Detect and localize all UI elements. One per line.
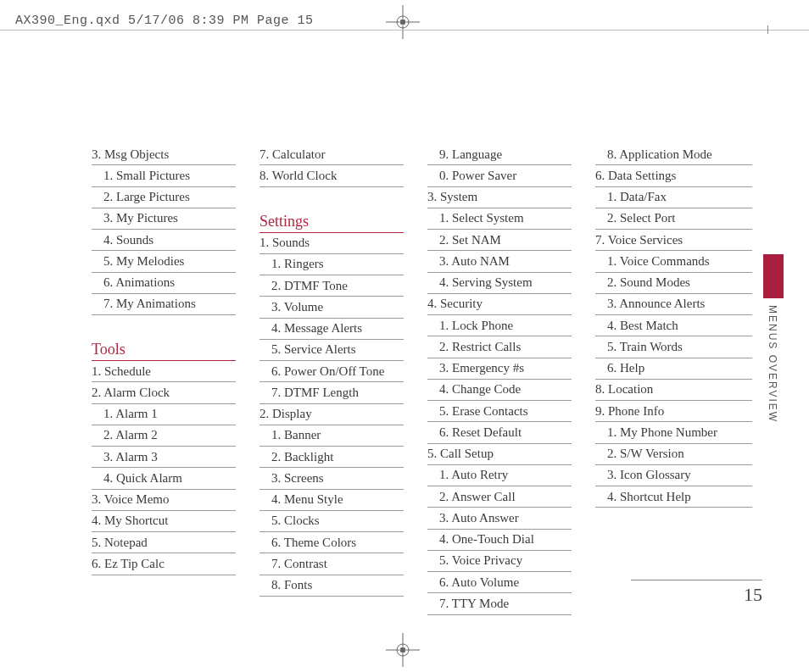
menu-item: 4. Message Alerts [259, 319, 404, 340]
side-tab-color [763, 254, 784, 298]
menu-item: 6. Data Settings [595, 165, 752, 186]
column-2: 7. Calculator 8. World Clock Settings 1.… [259, 144, 404, 615]
menu-item: 3. Msg Objects [92, 144, 236, 165]
side-tab: MENUS OVERVIEW [763, 254, 784, 423]
menu-item: 3. Auto Answer [427, 508, 572, 529]
menu-item: 1. Lock Phone [427, 315, 572, 336]
menu-item: 2. Restrict Calls [427, 336, 572, 358]
menu-item: 5. Clocks [259, 511, 404, 532]
column-4: 8. Application Mode 6. Data Settings 1. … [595, 144, 752, 615]
menu-item: 3. Alarm 3 [92, 447, 236, 468]
page-number: 15 [631, 580, 762, 606]
menu-item: 2. Select Port [595, 208, 752, 230]
menu-item: 6. Power On/Off Tone [259, 361, 404, 382]
menu-item: 8. World Clock [259, 165, 404, 186]
menu-item: 6. Ez Tip Calc [92, 553, 236, 575]
menu-item: 7. TTY Mode [427, 593, 572, 614]
menu-item: 7. Contrast [259, 553, 404, 575]
menu-item: 4. Best Match [595, 315, 752, 336]
menu-item: 1. Data/Fax [595, 187, 752, 208]
menu-item: 5. Erase Contacts [427, 401, 572, 422]
menu-item: 7. DTMF Length [259, 382, 404, 403]
column-1: 3. Msg Objects 1. Small Pictures 2. Larg… [92, 144, 236, 615]
menu-item: 1. Ringers [259, 254, 404, 275]
menu-item: 4. Change Code [427, 380, 572, 401]
menu-item: 5. Voice Privacy [427, 551, 572, 572]
menu-item: 4. Security [427, 294, 572, 315]
menu-item: 2. Alarm 2 [92, 425, 236, 447]
menu-item: 3. My Pictures [92, 208, 236, 230]
menu-item: 5. My Melodies [92, 251, 236, 272]
menu-item: 1. My Phone Number [595, 422, 752, 443]
menu-item: 7. My Animations [92, 294, 236, 315]
header-rule [0, 30, 809, 31]
menu-item: 3. Voice Memo [92, 490, 236, 511]
menu-item: 5. Call Setup [427, 444, 572, 465]
menu-item: 7. Calculator [259, 144, 404, 165]
menu-item: 2. Display [259, 404, 404, 425]
menu-item: 1. Schedule [92, 361, 236, 382]
menu-item: 5. Service Alerts [259, 340, 404, 361]
menu-item: 4. One-Touch Dial [427, 530, 572, 551]
menu-item: 4. Quick Alarm [92, 468, 236, 489]
side-tab-label: MENUS OVERVIEW [763, 305, 778, 423]
menu-item: 7. Voice Services [595, 230, 752, 251]
menu-item: 0. Power Saver [427, 165, 572, 186]
menu-item: 3. Emergency #s [427, 358, 572, 380]
menu-item: 9. Language [427, 144, 572, 165]
tick-mark [767, 25, 768, 34]
menu-item: 2. Sound Modes [595, 273, 752, 294]
menu-item: 4. Sounds [92, 230, 236, 251]
menu-item: 1. Alarm 1 [92, 404, 236, 425]
menu-overview-columns: 3. Msg Objects 1. Small Pictures 2. Larg… [92, 144, 765, 615]
svg-point-5 [400, 19, 405, 25]
menu-item: 1. Banner [259, 425, 404, 447]
menu-item: 6. Help [595, 358, 752, 380]
menu-item: 2. Large Pictures [92, 187, 236, 208]
menu-item: 6. Reset Default [427, 422, 572, 443]
menu-item: 6. Auto Volume [427, 572, 572, 593]
menu-item: 2. Answer Call [427, 486, 572, 508]
menu-item: 2. S/W Version [595, 444, 752, 465]
menu-item: 1. Voice Commands [595, 251, 752, 272]
menu-item: 3. System [427, 187, 572, 208]
menu-item: 2. Alarm Clock [92, 382, 236, 403]
svg-point-11 [400, 647, 405, 653]
menu-item: 3. Volume [259, 297, 404, 318]
menu-item: 1. Auto Retry [427, 465, 572, 486]
menu-item: 4. Menu Style [259, 490, 404, 511]
menu-item: 1. Select System [427, 208, 572, 230]
menu-item: 5. Notepad [92, 532, 236, 553]
menu-item: 3. Screens [259, 468, 404, 489]
menu-item: 2. Backlight [259, 447, 404, 468]
menu-item: 8. Application Mode [595, 144, 752, 165]
menu-item: 9. Phone Info [595, 401, 752, 422]
menu-item: 3. Icon Glossary [595, 465, 752, 486]
menu-item: 4. Serving System [427, 273, 572, 294]
menu-item: 8. Location [595, 380, 752, 401]
menu-item: 1. Small Pictures [92, 165, 236, 186]
menu-item: 4. My Shortcut [92, 511, 236, 532]
menu-item: 6. Animations [92, 273, 236, 294]
section-heading-tools: Tools [92, 339, 236, 361]
menu-item: 8. Fonts [259, 575, 404, 597]
crop-mark-icon [386, 5, 420, 39]
column-3: 9. Language 0. Power Saver 3. System 1. … [427, 144, 572, 615]
menu-item: 3. Auto NAM [427, 251, 572, 272]
menu-item: 3. Announce Alerts [595, 294, 752, 315]
crop-mark-icon [386, 633, 420, 667]
menu-item: 5. Train Words [595, 336, 752, 358]
menu-item: 2. DTMF Tone [259, 275, 404, 297]
section-heading-settings: Settings [259, 211, 404, 233]
menu-item: 6. Theme Colors [259, 532, 404, 553]
menu-item: 1. Sounds [259, 233, 404, 254]
menu-item: 2. Set NAM [427, 230, 572, 251]
menu-item: 4. Shortcut Help [595, 486, 752, 508]
